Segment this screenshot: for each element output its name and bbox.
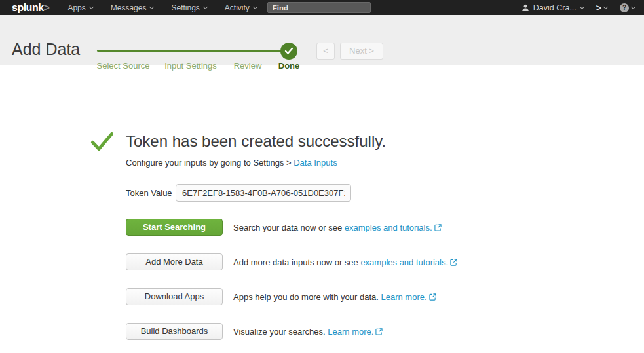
wizard-step-select-source[interactable]: Select Source (97, 61, 150, 71)
next-button[interactable]: Next > (340, 43, 383, 60)
nav-activity[interactable]: Activity (225, 3, 257, 12)
help-menu[interactable]: ? (620, 3, 635, 12)
start-searching-desc-text: Search your data now or see (233, 223, 345, 232)
token-value-field[interactable] (176, 184, 351, 202)
wizard-step-done: Done (278, 61, 300, 71)
chevron-down-icon (149, 4, 154, 9)
splunk-logo[interactable]: splunk> (12, 0, 49, 15)
add-more-data-desc-text: Add more data inputs now or see (233, 257, 360, 267)
chevron-down-icon (631, 4, 635, 9)
nav-settings[interactable]: Settings (171, 3, 206, 12)
nav-messages[interactable]: Messages (111, 3, 154, 12)
add-more-data-button[interactable]: Add More Data (126, 253, 223, 270)
wizard-step-review[interactable]: Review (234, 61, 262, 71)
external-link-icon (375, 328, 383, 335)
start-searching-button[interactable]: Start Searching (126, 219, 223, 236)
wizard-step-input-settings[interactable]: Input Settings (164, 61, 217, 71)
topbar-right-cluster: David Cra... > ? (521, 3, 635, 13)
add-more-data-desc: Add more data inputs now or see examples… (233, 257, 457, 267)
find-search-input[interactable] (267, 2, 371, 13)
user-name-label: David Cra... (533, 3, 577, 12)
nav-activity-label: Activity (225, 3, 250, 12)
user-icon (521, 4, 529, 12)
success-check-icon (90, 132, 114, 153)
nav-messages-label: Messages (111, 3, 147, 12)
console-menu[interactable]: > (596, 3, 607, 13)
chevron-down-icon (253, 4, 257, 9)
top-app-bar: splunk> Apps Messages Settings Activity … (0, 0, 644, 15)
build-dashboards-desc-text: Visualize your searches. (233, 327, 328, 337)
start-searching-desc: Search your data now or see examples and… (233, 223, 442, 232)
wizard-progress-line (97, 50, 289, 52)
external-link-icon (450, 259, 457, 266)
token-value-label: Token Value (126, 188, 172, 198)
wizard-header: Add Data Select Source Input Settings Re… (0, 15, 644, 65)
nav-settings-label: Settings (171, 3, 199, 12)
splunk-logo-text: splunk (12, 2, 44, 13)
nav-apps-label: Apps (67, 3, 85, 12)
chevron-down-icon (603, 4, 608, 9)
nav-apps[interactable]: Apps (67, 3, 92, 12)
success-title: Token has been created successfully. (126, 132, 386, 151)
back-button[interactable]: < (316, 43, 335, 60)
top-nav: Apps Messages Settings Activity (67, 3, 256, 12)
chevron-down-icon (580, 4, 584, 9)
user-menu[interactable]: David Cra... (521, 3, 584, 12)
learn-more-link[interactable]: Learn more. (328, 327, 373, 337)
download-apps-desc: Apps help you do more with your data. Le… (233, 292, 436, 302)
splunk-logo-chevron: > (44, 2, 50, 13)
examples-tutorials-link[interactable]: examples and tutorials. (345, 223, 432, 232)
build-dashboards-button[interactable]: Build Dashboards (126, 323, 223, 340)
help-icon: ? (620, 3, 629, 12)
data-inputs-link[interactable]: Data Inputs (294, 158, 337, 168)
external-link-icon (429, 293, 436, 301)
examples-tutorials-link[interactable]: examples and tutorials. (360, 257, 448, 267)
gt-icon: > (596, 3, 601, 13)
download-apps-button[interactable]: Download Apps (126, 288, 223, 305)
chevron-down-icon (89, 4, 94, 9)
configure-hint-text: Configure your inputs by going to Settin… (126, 158, 294, 168)
external-link-icon (434, 224, 442, 231)
chevron-down-icon (203, 4, 208, 9)
build-dashboards-desc: Visualize your searches. Learn more. (233, 327, 383, 337)
learn-more-link[interactable]: Learn more. (381, 292, 426, 302)
check-icon (284, 47, 294, 55)
download-apps-desc-text: Apps help you do more with your data. (233, 292, 381, 302)
page-title: Add Data (12, 40, 80, 59)
wizard-done-circle (280, 43, 297, 60)
configure-hint: Configure your inputs by going to Settin… (126, 158, 337, 168)
